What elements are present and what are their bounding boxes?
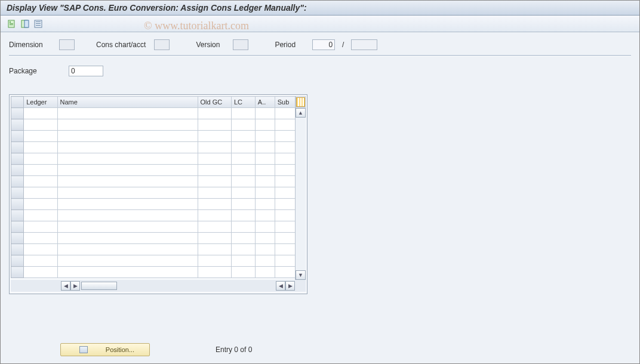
- grid-cell[interactable]: [57, 255, 198, 267]
- row-selector[interactable]: [11, 221, 24, 233]
- grid-cell[interactable]: [231, 221, 255, 233]
- row-selector[interactable]: [11, 187, 24, 199]
- scroll-right-button[interactable]: ▶: [70, 281, 80, 291]
- grid-cell[interactable]: [198, 176, 231, 187]
- grid-cell[interactable]: [231, 165, 255, 176]
- grid-cell[interactable]: [198, 165, 231, 176]
- package-field[interactable]: [69, 66, 103, 76]
- hscroll-thumb[interactable]: [81, 282, 117, 290]
- grid-cell[interactable]: [198, 153, 231, 165]
- grid-cell[interactable]: [198, 142, 231, 153]
- grid-cell[interactable]: [198, 131, 231, 142]
- row-selector[interactable]: [11, 199, 24, 210]
- grid-cell[interactable]: [198, 255, 231, 267]
- grid-cell[interactable]: [231, 267, 255, 278]
- grid-cell[interactable]: [255, 165, 275, 176]
- grid-cell[interactable]: [57, 221, 198, 233]
- grid-cell[interactable]: [231, 233, 255, 244]
- scroll-down-button[interactable]: ▼: [296, 270, 306, 280]
- grid-cell[interactable]: [255, 142, 275, 153]
- grid-cell[interactable]: [198, 244, 231, 255]
- grid-cell[interactable]: [255, 108, 275, 119]
- row-selector[interactable]: [11, 108, 24, 119]
- grid-cell[interactable]: [275, 267, 295, 278]
- grid-cell[interactable]: [231, 119, 255, 131]
- grid-cell[interactable]: [275, 221, 295, 233]
- version-field[interactable]: [233, 39, 248, 50]
- grid-col-header[interactable]: Sub: [275, 97, 295, 108]
- grid-cell[interactable]: [231, 131, 255, 142]
- grid-cell[interactable]: [57, 210, 198, 221]
- grid-cell[interactable]: [24, 233, 57, 244]
- grid-cell[interactable]: [57, 142, 198, 153]
- grid-cell[interactable]: [198, 267, 231, 278]
- grid-cell[interactable]: [275, 210, 295, 221]
- grid-cell[interactable]: [24, 255, 57, 267]
- row-selector[interactable]: [11, 210, 24, 221]
- scroll-left-button[interactable]: ◀: [61, 281, 70, 291]
- grid-col-header[interactable]: A..: [255, 97, 275, 108]
- grid-cell[interactable]: [275, 244, 295, 255]
- grid-col-header[interactable]: LC: [231, 97, 255, 108]
- grid-cell[interactable]: [57, 165, 198, 176]
- vertical-scrollbar[interactable]: ▲ ▼: [295, 96, 306, 280]
- vscroll-track[interactable]: [296, 118, 306, 270]
- grid-cell[interactable]: [198, 119, 231, 131]
- row-selector[interactable]: [11, 176, 24, 187]
- grid-cell[interactable]: [57, 244, 198, 255]
- grid-cell[interactable]: [57, 233, 198, 244]
- grid-cell[interactable]: [24, 221, 57, 233]
- grid-cell[interactable]: [57, 199, 198, 210]
- grid-cell[interactable]: [198, 221, 231, 233]
- position-button[interactable]: Position...: [60, 343, 150, 356]
- row-selector[interactable]: [11, 267, 24, 278]
- cons-chart-field[interactable]: [154, 39, 170, 50]
- row-selector[interactable]: [11, 119, 24, 131]
- grid-cell[interactable]: [198, 210, 231, 221]
- toolbar-icon-2[interactable]: [20, 18, 30, 29]
- grid-cell[interactable]: [57, 108, 198, 119]
- grid-cell[interactable]: [275, 142, 295, 153]
- grid-cell[interactable]: [275, 131, 295, 142]
- scroll-up-button[interactable]: ▲: [296, 108, 306, 118]
- grid-cell[interactable]: [255, 244, 275, 255]
- grid-cell[interactable]: [57, 131, 198, 142]
- grid-cell[interactable]: [275, 187, 295, 199]
- grid-col-header[interactable]: Name: [57, 97, 198, 108]
- grid-col-header[interactable]: Ledger: [24, 97, 57, 108]
- dimension-field[interactable]: [59, 39, 75, 50]
- row-selector[interactable]: [11, 244, 24, 255]
- grid-cell[interactable]: [255, 131, 275, 142]
- grid-cell[interactable]: [57, 176, 198, 187]
- grid-cell[interactable]: [24, 119, 57, 131]
- grid-cell[interactable]: [275, 153, 295, 165]
- grid-cell[interactable]: [255, 176, 275, 187]
- grid-cell[interactable]: [231, 199, 255, 210]
- grid-cell[interactable]: [198, 187, 231, 199]
- grid-cell[interactable]: [275, 233, 295, 244]
- grid-cell[interactable]: [255, 187, 275, 199]
- table-settings-icon[interactable]: [296, 97, 305, 107]
- grid-cell[interactable]: [57, 119, 198, 131]
- row-selector[interactable]: [11, 233, 24, 244]
- toolbar-icon-1[interactable]: [7, 18, 17, 29]
- grid-cell[interactable]: [231, 187, 255, 199]
- row-selector[interactable]: [11, 165, 24, 176]
- row-selector[interactable]: [11, 153, 24, 165]
- grid-cell[interactable]: [24, 153, 57, 165]
- scroll-left-button-2[interactable]: ◀: [276, 281, 285, 291]
- grid-cell[interactable]: [24, 176, 57, 187]
- grid-cell[interactable]: [198, 199, 231, 210]
- grid-cell[interactable]: [24, 267, 57, 278]
- grid-cell[interactable]: [275, 199, 295, 210]
- grid-col-header[interactable]: Old GC: [198, 97, 231, 108]
- grid-cell[interactable]: [255, 153, 275, 165]
- period-field[interactable]: [312, 39, 335, 50]
- grid-cell[interactable]: [255, 267, 275, 278]
- row-selector[interactable]: [11, 255, 24, 267]
- grid-cell[interactable]: [231, 142, 255, 153]
- row-selector[interactable]: [11, 131, 24, 142]
- grid-cell[interactable]: [275, 108, 295, 119]
- grid-cell[interactable]: [231, 153, 255, 165]
- grid-cell[interactable]: [198, 108, 231, 119]
